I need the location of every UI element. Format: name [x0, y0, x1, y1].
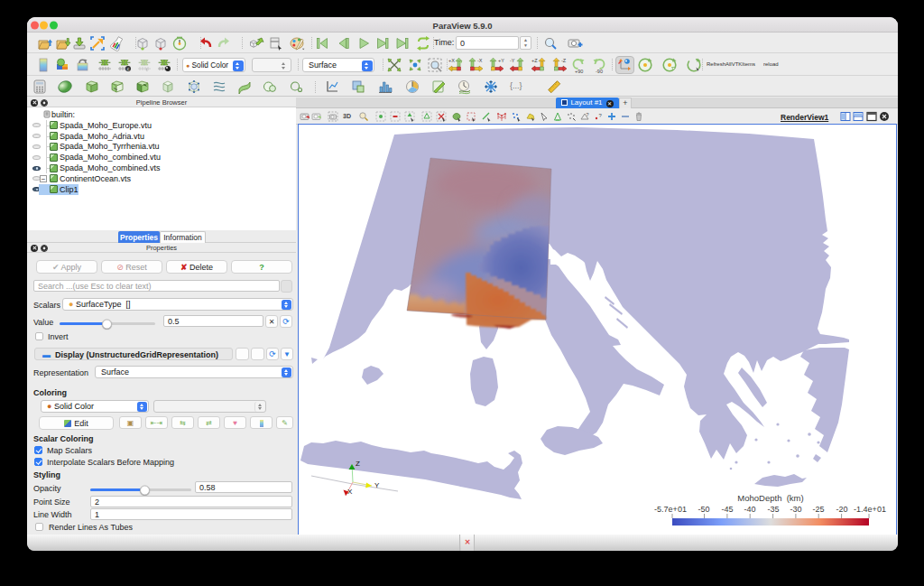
svg-text:-Y: -Y: [510, 58, 515, 63]
svg-text:-50: -50: [698, 505, 709, 514]
svg-text:X: X: [347, 488, 353, 496]
svg-text:Z: Z: [356, 460, 360, 468]
svg-text:MohoDepth (km): MohoDepth (km): [737, 493, 803, 503]
svg-text:-35: -35: [767, 505, 779, 514]
svg-text:-20: -20: [836, 505, 847, 514]
svg-text:-25: -25: [812, 505, 824, 514]
svg-text:+Y: +Y: [498, 58, 504, 63]
svg-text:+90: +90: [575, 69, 583, 74]
svg-text:-30: -30: [790, 505, 801, 514]
svg-text:-1.4e+01: -1.4e+01: [854, 505, 886, 514]
svg-text:-90: -90: [596, 69, 603, 74]
svg-text:-45: -45: [721, 505, 733, 514]
svg-text:?: ?: [599, 113, 603, 118]
svg-text:-X: -X: [477, 58, 483, 63]
svg-text:-5.7e+01: -5.7e+01: [654, 505, 687, 514]
svg-text:+Z: +Z: [531, 58, 538, 63]
svg-text:+X: +X: [448, 58, 455, 63]
svg-text:-Z: -Z: [561, 58, 567, 63]
svg-text:?: ?: [587, 112, 589, 117]
svg-text:-40: -40: [744, 505, 755, 514]
svg-text:Y: Y: [374, 481, 380, 489]
